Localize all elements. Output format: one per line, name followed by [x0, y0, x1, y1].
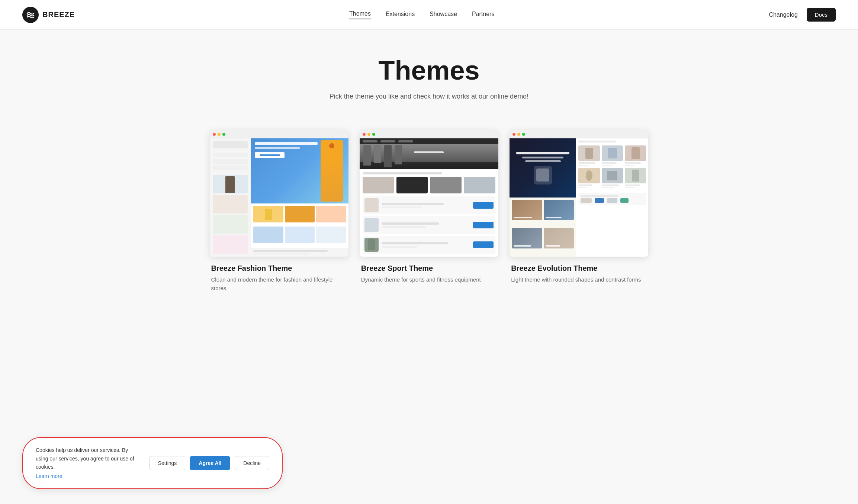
theme2-hero-img — [360, 144, 498, 169]
theme-3-desc: Light theme with rounded shapes and cont… — [511, 276, 647, 284]
browser-bar-2 — [360, 130, 498, 138]
cookie-message: Cookies help us deliver our services. By… — [36, 447, 134, 470]
hero-section: Themes Pick the theme you like and check… — [0, 30, 858, 119]
theme-card-2[interactable]: Breeze Sport Theme Dynamic theme for spo… — [360, 130, 498, 297]
theme2-nav-item3 — [398, 140, 413, 142]
cookie-decline-button[interactable]: Decline — [235, 456, 269, 470]
theme2-nav-item1 — [363, 140, 377, 142]
browser-content-2 — [360, 138, 498, 257]
sidebar-item-2 — [213, 153, 248, 157]
nav-showcase[interactable]: Showcase — [430, 11, 457, 19]
theme2-layout — [360, 138, 498, 257]
theme3-left-panel — [510, 138, 576, 257]
theme-3-preview — [510, 130, 648, 257]
theme-card-2-info: Breeze Sport Theme Dynamic theme for spo… — [360, 257, 498, 289]
theme-card-1[interactable]: Breeze Fashion Theme Clean and modern th… — [210, 130, 348, 297]
browser-bar-1 — [210, 130, 348, 138]
cookie-settings-button[interactable]: Settings — [150, 456, 186, 470]
cookie-learn-more[interactable]: Learn more — [36, 472, 135, 480]
hero-subtitle: Pick the theme you like and check how it… — [318, 93, 541, 100]
cookie-text-container: Cookies help us deliver our services. By… — [36, 446, 135, 480]
theme-card-3[interactable]: Breeze Evolution Theme Light theme with … — [510, 130, 648, 297]
cookie-agree-button[interactable]: Agree All — [190, 456, 230, 470]
logo[interactable]: BREEZE — [22, 7, 75, 23]
dot-green-2 — [372, 133, 375, 136]
cookie-banner: Cookies help us deliver our services. By… — [22, 437, 283, 489]
theme3-layout — [510, 138, 648, 257]
page-title: Themes — [7, 56, 851, 85]
theme-card-3-image — [510, 130, 648, 257]
theme-card-2-image — [360, 130, 498, 257]
theme-3-name: Breeze Evolution Theme — [511, 264, 647, 273]
theme-2-name: Breeze Sport Theme — [361, 264, 497, 273]
navbar-right: Changelog Docs — [769, 8, 836, 22]
dot-red-2 — [363, 133, 366, 136]
browser-content-1 — [210, 138, 348, 257]
navbar: BREEZE Themes Extensions Showcase Partne… — [0, 0, 858, 30]
theme2-products — [360, 169, 498, 257]
dot-yellow — [218, 133, 221, 136]
nav-partners[interactable]: Partners — [472, 11, 494, 19]
theme3-hero-banner — [510, 138, 576, 198]
theme1-hero — [251, 138, 348, 203]
theme2-top-products — [363, 177, 495, 193]
dot-green-3 — [522, 133, 525, 136]
theme2-hero — [360, 144, 498, 169]
dot-red-3 — [512, 133, 515, 136]
nav-links: Themes Extensions Showcase Partners — [349, 10, 494, 19]
logo-icon — [22, 7, 39, 23]
brand-name: BREEZE — [42, 10, 75, 19]
changelog-link[interactable]: Changelog — [769, 12, 797, 18]
theme1-layout — [210, 138, 348, 257]
breeze-logo-svg — [26, 10, 35, 19]
theme1-sidebar — [210, 138, 251, 257]
theme2-nav — [360, 138, 498, 144]
theme2-product-list — [363, 196, 495, 254]
theme-1-desc: Clean and modern theme for fashion and l… — [211, 276, 347, 292]
sidebar-item-3 — [213, 159, 248, 164]
cookie-actions: Settings Agree All Decline — [150, 456, 269, 470]
dot-yellow-3 — [517, 133, 520, 136]
theme-1-name: Breeze Fashion Theme — [211, 264, 347, 273]
docs-button[interactable]: Docs — [807, 8, 836, 22]
dot-yellow-2 — [367, 133, 370, 136]
theme3-subcategories — [510, 198, 576, 257]
dot-green — [222, 133, 225, 136]
themes-grid: Breeze Fashion Theme Clean and modern th… — [187, 119, 671, 327]
theme-card-3-info: Breeze Evolution Theme Light theme with … — [510, 257, 648, 289]
theme-2-desc: Dynamic theme for sports and fitness equ… — [361, 276, 497, 284]
nav-extensions[interactable]: Extensions — [386, 11, 415, 19]
theme-card-1-info: Breeze Fashion Theme Clean and modern th… — [210, 257, 348, 297]
sidebar-item-4 — [213, 166, 248, 170]
theme3-right-panel — [576, 138, 648, 257]
theme-1-preview — [210, 130, 348, 257]
theme1-main — [251, 138, 348, 257]
dot-red — [213, 133, 216, 136]
nav-themes[interactable]: Themes — [349, 10, 371, 19]
theme-2-preview — [360, 130, 498, 257]
sidebar-item-1 — [213, 141, 248, 148]
browser-content-3 — [510, 138, 648, 257]
browser-bar-3 — [510, 130, 648, 138]
theme2-nav-item2 — [380, 140, 395, 142]
theme-card-1-image — [210, 130, 348, 257]
